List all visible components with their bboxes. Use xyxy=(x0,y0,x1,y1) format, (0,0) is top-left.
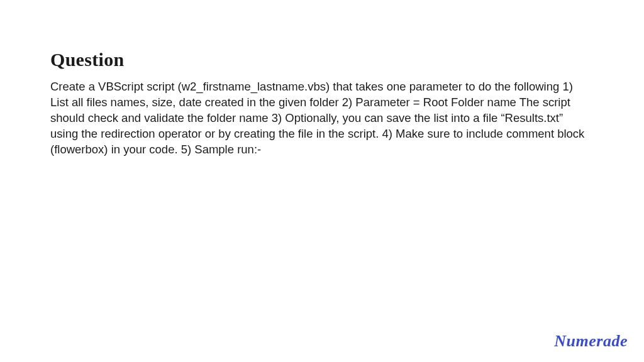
question-body: Create a VBScript script (w2_firstname_l… xyxy=(50,79,594,158)
question-heading: Question xyxy=(50,49,594,70)
brand-logo: Numerade xyxy=(554,332,628,351)
content-area: Question Create a VBScript script (w2_fi… xyxy=(0,0,644,158)
